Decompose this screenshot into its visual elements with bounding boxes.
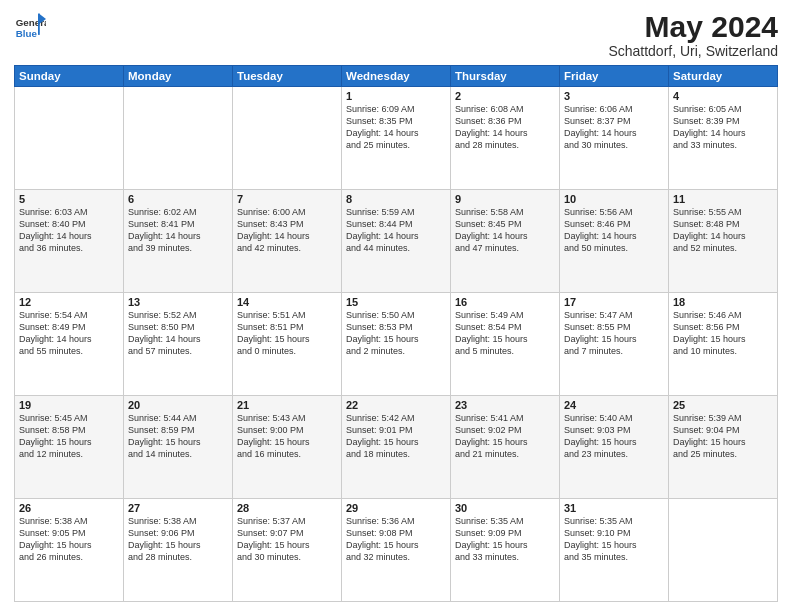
calendar-header-row: Sunday Monday Tuesday Wednesday Thursday… — [15, 66, 778, 87]
day-number: 13 — [128, 296, 228, 308]
day-number: 15 — [346, 296, 446, 308]
day-info: Sunrise: 6:00 AM Sunset: 8:43 PM Dayligh… — [237, 206, 337, 255]
table-row: 13Sunrise: 5:52 AM Sunset: 8:50 PM Dayli… — [124, 293, 233, 396]
col-sunday: Sunday — [15, 66, 124, 87]
day-info: Sunrise: 5:56 AM Sunset: 8:46 PM Dayligh… — [564, 206, 664, 255]
col-thursday: Thursday — [451, 66, 560, 87]
day-number: 31 — [564, 502, 664, 514]
day-info: Sunrise: 5:39 AM Sunset: 9:04 PM Dayligh… — [673, 412, 773, 461]
day-number: 12 — [19, 296, 119, 308]
table-row: 11Sunrise: 5:55 AM Sunset: 8:48 PM Dayli… — [669, 190, 778, 293]
day-info: Sunrise: 6:05 AM Sunset: 8:39 PM Dayligh… — [673, 103, 773, 152]
logo: General Blue — [14, 10, 48, 42]
day-number: 28 — [237, 502, 337, 514]
table-row: 2Sunrise: 6:08 AM Sunset: 8:36 PM Daylig… — [451, 87, 560, 190]
day-info: Sunrise: 5:43 AM Sunset: 9:00 PM Dayligh… — [237, 412, 337, 461]
col-monday: Monday — [124, 66, 233, 87]
day-info: Sunrise: 5:44 AM Sunset: 8:59 PM Dayligh… — [128, 412, 228, 461]
day-number: 18 — [673, 296, 773, 308]
day-info: Sunrise: 5:38 AM Sunset: 9:06 PM Dayligh… — [128, 515, 228, 564]
calendar-week-row: 5Sunrise: 6:03 AM Sunset: 8:40 PM Daylig… — [15, 190, 778, 293]
day-info: Sunrise: 5:42 AM Sunset: 9:01 PM Dayligh… — [346, 412, 446, 461]
day-info: Sunrise: 5:51 AM Sunset: 8:51 PM Dayligh… — [237, 309, 337, 358]
table-row: 18Sunrise: 5:46 AM Sunset: 8:56 PM Dayli… — [669, 293, 778, 396]
table-row: 19Sunrise: 5:45 AM Sunset: 8:58 PM Dayli… — [15, 396, 124, 499]
table-row: 24Sunrise: 5:40 AM Sunset: 9:03 PM Dayli… — [560, 396, 669, 499]
day-number: 19 — [19, 399, 119, 411]
table-row: 28Sunrise: 5:37 AM Sunset: 9:07 PM Dayli… — [233, 499, 342, 602]
day-info: Sunrise: 5:40 AM Sunset: 9:03 PM Dayligh… — [564, 412, 664, 461]
day-number: 20 — [128, 399, 228, 411]
table-row: 29Sunrise: 5:36 AM Sunset: 9:08 PM Dayli… — [342, 499, 451, 602]
day-number: 7 — [237, 193, 337, 205]
day-info: Sunrise: 5:49 AM Sunset: 8:54 PM Dayligh… — [455, 309, 555, 358]
table-row: 20Sunrise: 5:44 AM Sunset: 8:59 PM Dayli… — [124, 396, 233, 499]
day-number: 21 — [237, 399, 337, 411]
day-info: Sunrise: 6:06 AM Sunset: 8:37 PM Dayligh… — [564, 103, 664, 152]
day-number: 23 — [455, 399, 555, 411]
table-row — [233, 87, 342, 190]
day-info: Sunrise: 5:52 AM Sunset: 8:50 PM Dayligh… — [128, 309, 228, 358]
day-number: 16 — [455, 296, 555, 308]
table-row: 10Sunrise: 5:56 AM Sunset: 8:46 PM Dayli… — [560, 190, 669, 293]
logo-icon: General Blue — [14, 10, 46, 42]
table-row — [15, 87, 124, 190]
col-tuesday: Tuesday — [233, 66, 342, 87]
table-row: 21Sunrise: 5:43 AM Sunset: 9:00 PM Dayli… — [233, 396, 342, 499]
table-row: 12Sunrise: 5:54 AM Sunset: 8:49 PM Dayli… — [15, 293, 124, 396]
calendar-week-row: 1Sunrise: 6:09 AM Sunset: 8:35 PM Daylig… — [15, 87, 778, 190]
day-number: 1 — [346, 90, 446, 102]
table-row: 4Sunrise: 6:05 AM Sunset: 8:39 PM Daylig… — [669, 87, 778, 190]
table-row: 26Sunrise: 5:38 AM Sunset: 9:05 PM Dayli… — [15, 499, 124, 602]
day-number: 5 — [19, 193, 119, 205]
day-info: Sunrise: 5:47 AM Sunset: 8:55 PM Dayligh… — [564, 309, 664, 358]
calendar-week-row: 19Sunrise: 5:45 AM Sunset: 8:58 PM Dayli… — [15, 396, 778, 499]
day-info: Sunrise: 5:58 AM Sunset: 8:45 PM Dayligh… — [455, 206, 555, 255]
table-row: 1Sunrise: 6:09 AM Sunset: 8:35 PM Daylig… — [342, 87, 451, 190]
day-info: Sunrise: 5:59 AM Sunset: 8:44 PM Dayligh… — [346, 206, 446, 255]
table-row: 27Sunrise: 5:38 AM Sunset: 9:06 PM Dayli… — [124, 499, 233, 602]
day-number: 3 — [564, 90, 664, 102]
day-number: 17 — [564, 296, 664, 308]
day-number: 2 — [455, 90, 555, 102]
table-row: 6Sunrise: 6:02 AM Sunset: 8:41 PM Daylig… — [124, 190, 233, 293]
table-row: 30Sunrise: 5:35 AM Sunset: 9:09 PM Dayli… — [451, 499, 560, 602]
col-wednesday: Wednesday — [342, 66, 451, 87]
title-block: May 2024 Schattdorf, Uri, Switzerland — [608, 10, 778, 59]
day-number: 6 — [128, 193, 228, 205]
day-info: Sunrise: 5:35 AM Sunset: 9:09 PM Dayligh… — [455, 515, 555, 564]
day-info: Sunrise: 5:50 AM Sunset: 8:53 PM Dayligh… — [346, 309, 446, 358]
month-title: May 2024 — [608, 10, 778, 43]
svg-text:Blue: Blue — [16, 28, 38, 39]
day-number: 8 — [346, 193, 446, 205]
day-info: Sunrise: 5:35 AM Sunset: 9:10 PM Dayligh… — [564, 515, 664, 564]
day-info: Sunrise: 5:54 AM Sunset: 8:49 PM Dayligh… — [19, 309, 119, 358]
day-number: 30 — [455, 502, 555, 514]
calendar-table: Sunday Monday Tuesday Wednesday Thursday… — [14, 65, 778, 602]
day-number: 29 — [346, 502, 446, 514]
table-row: 23Sunrise: 5:41 AM Sunset: 9:02 PM Dayli… — [451, 396, 560, 499]
day-info: Sunrise: 5:55 AM Sunset: 8:48 PM Dayligh… — [673, 206, 773, 255]
day-number: 4 — [673, 90, 773, 102]
table-row: 9Sunrise: 5:58 AM Sunset: 8:45 PM Daylig… — [451, 190, 560, 293]
table-row: 22Sunrise: 5:42 AM Sunset: 9:01 PM Dayli… — [342, 396, 451, 499]
col-saturday: Saturday — [669, 66, 778, 87]
table-row: 14Sunrise: 5:51 AM Sunset: 8:51 PM Dayli… — [233, 293, 342, 396]
calendar-week-row: 26Sunrise: 5:38 AM Sunset: 9:05 PM Dayli… — [15, 499, 778, 602]
day-info: Sunrise: 6:09 AM Sunset: 8:35 PM Dayligh… — [346, 103, 446, 152]
day-info: Sunrise: 5:41 AM Sunset: 9:02 PM Dayligh… — [455, 412, 555, 461]
day-info: Sunrise: 6:08 AM Sunset: 8:36 PM Dayligh… — [455, 103, 555, 152]
day-info: Sunrise: 5:38 AM Sunset: 9:05 PM Dayligh… — [19, 515, 119, 564]
day-info: Sunrise: 6:03 AM Sunset: 8:40 PM Dayligh… — [19, 206, 119, 255]
day-number: 27 — [128, 502, 228, 514]
location-subtitle: Schattdorf, Uri, Switzerland — [608, 43, 778, 59]
day-info: Sunrise: 5:37 AM Sunset: 9:07 PM Dayligh… — [237, 515, 337, 564]
day-info: Sunrise: 5:45 AM Sunset: 8:58 PM Dayligh… — [19, 412, 119, 461]
day-info: Sunrise: 6:02 AM Sunset: 8:41 PM Dayligh… — [128, 206, 228, 255]
table-row: 7Sunrise: 6:00 AM Sunset: 8:43 PM Daylig… — [233, 190, 342, 293]
day-number: 25 — [673, 399, 773, 411]
header: General Blue May 2024 Schattdorf, Uri, S… — [14, 10, 778, 59]
calendar-week-row: 12Sunrise: 5:54 AM Sunset: 8:49 PM Dayli… — [15, 293, 778, 396]
svg-rect-3 — [38, 14, 40, 35]
table-row: 5Sunrise: 6:03 AM Sunset: 8:40 PM Daylig… — [15, 190, 124, 293]
